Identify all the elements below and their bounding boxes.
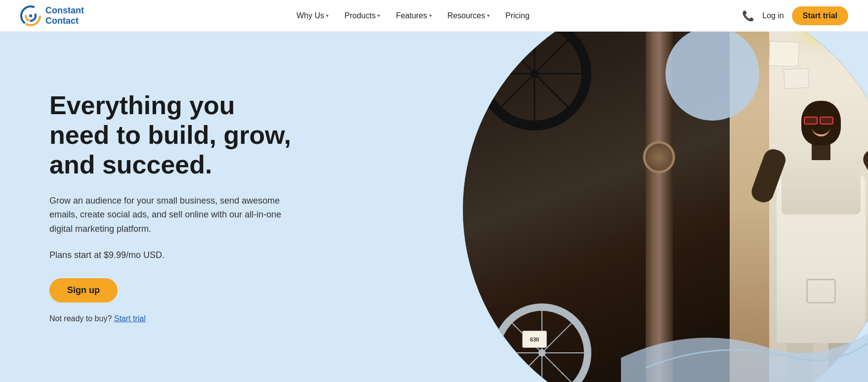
person-smile [812, 127, 830, 136]
nav-item-pricing[interactable]: Pricing [498, 7, 537, 24]
login-link[interactable]: Log in [762, 11, 784, 20]
hero-image-area: 630 [349, 32, 868, 382]
not-ready-text: Not ready to buy? Start trial [49, 314, 296, 323]
apron-pocket [806, 279, 836, 303]
wall-note-2 [784, 68, 809, 89]
nav-item-why-us[interactable]: Why Us ▾ [289, 7, 335, 24]
wall-note-1 [769, 41, 799, 67]
header-right: 📞 Log in Start trial [742, 6, 848, 25]
nav-item-resources[interactable]: Resources ▾ [441, 7, 496, 24]
phone-icon[interactable]: 📞 [742, 10, 754, 22]
logo-icon [20, 5, 41, 27]
hero-content: Everything you need to build, grow, and … [0, 32, 336, 382]
chevron-down-icon: ▾ [429, 13, 432, 18]
main-nav: Why Us ▾ Products ▾ Features ▾ Resources… [289, 7, 537, 24]
hero-headline: Everything you need to build, grow, and … [49, 91, 296, 179]
hero-subtext: Grow an audience for your small business… [49, 194, 287, 236]
chevron-down-icon: ▾ [377, 13, 380, 18]
start-trial-button[interactable]: Start trial [792, 6, 848, 25]
hero-section: Everything you need to build, grow, and … [0, 32, 868, 382]
logo-text: Constant Contact [45, 5, 84, 26]
pillar-ornament [643, 141, 675, 173]
hero-pricing: Plans start at $9.99/mo USD. [49, 250, 296, 260]
chevron-down-icon: ▾ [487, 13, 490, 18]
chevron-down-icon: ▾ [326, 13, 329, 18]
nav-item-products[interactable]: Products ▾ [337, 7, 387, 24]
bottom-curve-decoration [621, 308, 868, 382]
signup-button[interactable]: Sign up [49, 278, 118, 302]
svg-point-4 [29, 14, 32, 17]
bottom-wave-svg [621, 308, 868, 382]
start-trial-link[interactable]: Start trial [114, 314, 146, 323]
header: Constant Contact Why Us ▾ Products ▾ Fea… [0, 0, 868, 32]
logo[interactable]: Constant Contact [20, 5, 84, 27]
price-tag: 630 [522, 331, 547, 348]
person-head [801, 101, 841, 145]
glasses [804, 117, 838, 125]
nav-item-features[interactable]: Features ▾ [389, 7, 438, 24]
